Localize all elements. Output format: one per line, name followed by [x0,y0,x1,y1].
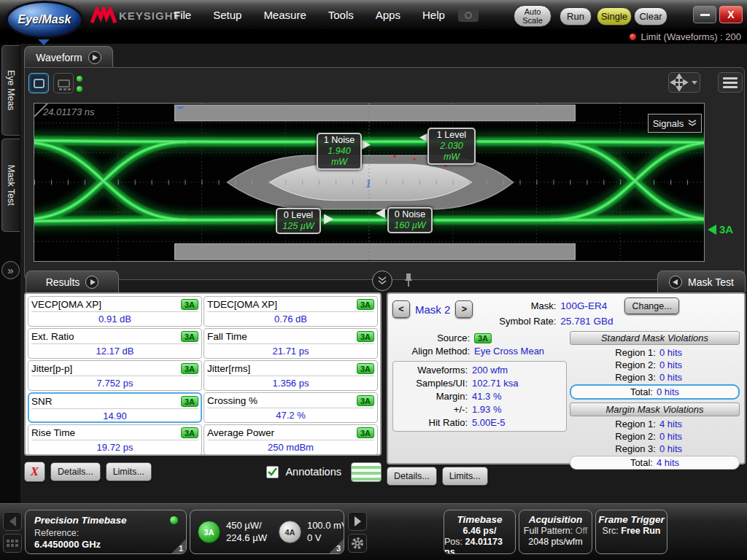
keysight-logo-icon [90,7,117,24]
measurement-cell-fall-time[interactable]: Fall Time3A 21.71 ps [204,328,378,359]
align-method-label: Align Method: [392,346,470,357]
single-button[interactable]: Single [597,7,632,26]
play-reverse-icon[interactable] [669,276,682,289]
sidebar-expand-button[interactable]: » [1,261,20,279]
channel-4a-icon[interactable]: 4A [279,521,301,543]
results-details-button[interactable]: Details... [50,462,101,481]
measurement-value: 0.91 dB [31,311,198,325]
menu-setup[interactable]: Setup [213,9,241,21]
scroll-right-button[interactable] [348,512,367,531]
measurement-cell-tdec[interactable]: TDEC[OMA XP]3A 0.76 dB [204,296,378,327]
sidebar-tab-eye-meas[interactable]: Eye Meas [1,45,20,136]
timebase-title: Timebase [457,514,502,525]
grid-display-layout-button[interactable] [53,73,74,93]
channels-panel[interactable]: 3A 450 µW/ 224.6 µW 4A 100.0 mV/ 0 V 3 [190,510,344,554]
measurement-cell-ext-ratio[interactable]: Ext. Ratio3A 12.17 dB [28,328,202,359]
menu-help[interactable]: Help [422,9,445,21]
waveform-tab-label: Waveform [36,52,82,63]
measurement-value: 21.71 ps [207,343,374,357]
signals-dropdown[interactable]: Signals [648,114,702,133]
single-display-layout-button[interactable] [28,73,49,93]
delete-measurement-button[interactable]: X [24,462,45,482]
menu-file[interactable]: File [174,9,191,21]
sidebar-tab-mask-test[interactable]: Mask Test [1,139,20,232]
mask-details-button[interactable]: Details... [387,467,437,486]
channel-3a-icon[interactable]: 3A [198,521,220,543]
measurement-cell-average-power[interactable]: Average Power3A 250 mdBm [204,424,378,455]
run-button[interactable]: Run [560,7,592,26]
tab-mask-test[interactable]: Mask Test [657,271,746,292]
timebase-readout: 24.01173 ns [43,106,95,117]
measurement-cell-vecp[interactable]: VECP[OMA XP]3A 0.91 dB [28,296,202,327]
standard-violations-total[interactable]: Total: 0 hits [570,384,740,400]
margin-violations-header: Margin Mask Violations [570,402,740,416]
menu-hamburger-button[interactable] [718,72,743,93]
mask-label: Mask: [492,300,556,311]
menu-apps[interactable]: Apps [376,9,400,21]
position-label: Pos: [444,537,462,547]
mask-test-footer: Details... Limits... [387,467,488,486]
precision-timebase-panel[interactable]: Precision Timebase Reference: 6.4450000 … [25,510,187,554]
source-badge: 3A [181,396,198,407]
annotation-0-noise[interactable]: 0 Noise 160 µW [387,207,433,233]
next-mask-button[interactable]: > [455,300,473,318]
annotation-1-noise[interactable]: 1 Noise 1.940 mW [317,133,362,170]
measurement-cell-crossing[interactable]: Crossing %3A 47.2 % [204,392,378,423]
margin-violations-rows: Region 1:4 hits Region 2:0 hits Region 3… [570,416,740,456]
auto-scale-button[interactable]: Auto Scale [514,5,551,27]
measurement-value: 0.76 dB [207,311,374,325]
collapse-panel-button[interactable] [372,271,392,291]
mask-limits-button[interactable]: Limits... [442,467,488,486]
play-icon[interactable] [85,276,98,289]
acquisition-panel[interactable]: Acquisition Full Pattern: Off 2048 pts/w… [519,510,592,554]
app-logo[interactable]: Eye/Mask [6,1,83,39]
source-label: Source: [392,332,470,343]
annotation-style-button[interactable] [351,462,382,482]
panel-grid-button[interactable] [3,534,22,553]
prev-mask-button[interactable]: < [392,300,410,318]
tab-results[interactable]: Results [26,271,119,292]
brand-name: KEYSIGHT [119,9,181,22]
measurement-cell-rise-time[interactable]: Rise Time3A 19.72 ps [28,424,202,455]
change-mask-button[interactable]: Change... [624,298,678,314]
frame-trigger-panel[interactable]: Frame Trigger Src: Free Run [595,510,667,554]
results-limits-button[interactable]: Limits... [106,462,152,481]
channel-3a-scale: 450 µW/ [226,520,267,532]
annotations-checkbox[interactable] [266,466,279,478]
dropdown-arrow-icon[interactable] [692,81,697,85]
measurement-cell-jitter-pp[interactable]: Jitter[p-p]3A 7.752 ps [28,360,202,391]
measurement-cell-jitter-rms[interactable]: Jitter[rms]3A 1.356 ps [204,360,378,391]
annotation-1-level[interactable]: 1 Level 2.030 mW [427,128,476,165]
channel-color-dot-icon [77,86,82,92]
source-badge: 3A [181,299,198,310]
full-pattern-value: Off [576,526,587,536]
menu-measure[interactable]: Measure [263,9,306,21]
measurement-cell-snr[interactable]: SNR3A 14.90 [28,392,202,423]
play-icon[interactable] [88,51,101,64]
annotation-0-level[interactable]: 0 Level 125 µW [276,208,321,234]
pin-icon[interactable] [403,273,414,290]
settings-button[interactable] [348,534,367,553]
minimize-button[interactable] [693,6,716,23]
results-panel: VECP[OMA XP]3A 0.91 dB TDEC[OMA XP]3A 0.… [24,292,382,456]
margin-violations-total: Total: 4 hits [570,456,740,470]
triangle-left-icon [708,225,716,235]
align-method-value: Eye Cross Mean [474,346,567,357]
scroll-left-button[interactable] [3,512,22,531]
panel-number-corner: 1 [171,539,186,553]
close-button[interactable]: X [719,6,743,23]
pan-tool-button[interactable] [668,72,700,93]
timebase-panel[interactable]: Timebase 6.46 ps/ Pos: 24.01173 ns [444,510,516,554]
panel-number-corner: 3 [329,539,344,553]
chevron-down-icon [688,120,697,127]
clear-button[interactable]: Clear [634,7,667,26]
symbol-rate-value: 25.781 GBd [560,316,613,327]
eye-diagram-plot[interactable]: 1 24.01173 ns 1 Noise 1.94 [34,103,705,262]
measurement-value: 250 mdBm [207,440,374,454]
camera-icon[interactable] [458,8,479,22]
menu-tools[interactable]: Tools [328,9,354,21]
measurement-value: 7.752 ps [31,376,198,389]
mask-value: 100G-ER4 [560,300,613,311]
tab-waveform[interactable]: Waveform [24,46,113,68]
source-badge: 3A [357,395,374,406]
